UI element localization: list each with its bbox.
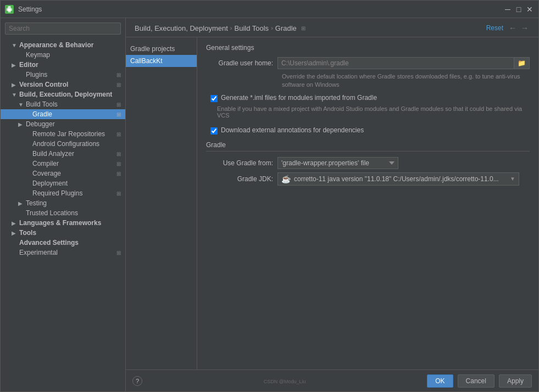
nav-back-button[interactable]: ← bbox=[508, 24, 518, 32]
sidebar-item-label: Testing bbox=[26, 199, 121, 207]
breadcrumb-header: Build, Execution, Deployment › Build Too… bbox=[126, 18, 538, 37]
gradle-user-home-input[interactable] bbox=[277, 57, 514, 69]
sidebar-item-label: Advanced Settings bbox=[19, 239, 121, 247]
sidebar-item-label: Coverage bbox=[32, 170, 114, 177]
arrow-icon: ▶ bbox=[12, 220, 18, 226]
arrow-icon: ▶ bbox=[18, 121, 25, 127]
sidebar-item-keymap[interactable]: Keymap bbox=[1, 50, 125, 60]
sidebar: ▼ Appearance & Behavior Keymap ▶ Editor … bbox=[1, 18, 126, 391]
use-gradle-from-select[interactable]: 'gradle-wrapper.properties' file Specifi… bbox=[277, 157, 398, 169]
sidebar-item-build-exec[interactable]: ▼ Build, Execution, Deployment bbox=[1, 89, 125, 99]
sidebar-item-tools[interactable]: ▶ Tools bbox=[1, 228, 125, 238]
nav-arrows: ← → bbox=[508, 24, 530, 32]
gradle-user-home-row: Gradle user home: 📁 bbox=[206, 57, 530, 69]
settings-icon: ⊞ bbox=[116, 161, 121, 167]
watermark-text: CSDN @Modu_Liu bbox=[264, 378, 306, 385]
search-box bbox=[1, 18, 125, 39]
sidebar-item-version-control[interactable]: ▶ Version Control ⊞ bbox=[1, 80, 125, 89]
window-title: Settings bbox=[18, 5, 42, 13]
sidebar-item-appearance[interactable]: ▼ Appearance & Behavior bbox=[1, 40, 125, 50]
sidebar-item-label: Appearance & Behavior bbox=[19, 41, 121, 49]
gradle-user-home-input-group: 📁 bbox=[277, 57, 530, 69]
reset-button[interactable]: Reset bbox=[486, 24, 503, 32]
sidebar-item-label: Compiler bbox=[32, 160, 114, 167]
search-input[interactable] bbox=[5, 23, 121, 35]
minimize-button[interactable]: ─ bbox=[503, 5, 512, 14]
use-gradle-from-row: Use Gradle from: 'gradle-wrapper.propert… bbox=[206, 157, 530, 169]
settings-icon: ⊞ bbox=[116, 250, 121, 256]
sidebar-item-deployment[interactable]: Deployment bbox=[1, 178, 125, 188]
download-annotations-checkbox[interactable] bbox=[210, 127, 218, 135]
sidebar-item-label: Plugins bbox=[26, 71, 114, 79]
help-button[interactable]: ? bbox=[132, 376, 142, 386]
sidebar-item-build-analyzer[interactable]: Build Analyzer ⊞ bbox=[1, 149, 125, 159]
sidebar-item-plugins[interactable]: Plugins ⊞ bbox=[1, 70, 125, 80]
cancel-button[interactable]: Cancel bbox=[458, 374, 494, 388]
generate-iml-checkbox[interactable] bbox=[210, 95, 218, 102]
dialog-footer: ? CSDN @Modu_Liu OK Cancel Apply bbox=[126, 369, 538, 391]
settings-icon: ⊞ bbox=[116, 151, 121, 157]
sidebar-item-languages[interactable]: ▶ Languages & Frameworks bbox=[1, 218, 125, 228]
sidebar-item-android-config[interactable]: Android Configurations bbox=[1, 139, 125, 149]
sidebar-item-testing[interactable]: ▶ Testing bbox=[1, 198, 125, 208]
apply-button[interactable]: Apply bbox=[499, 374, 532, 388]
sidebar-item-debugger[interactable]: ▶ Debugger bbox=[1, 119, 125, 129]
project-item-callbackkt[interactable]: CallBackKt bbox=[126, 55, 197, 67]
breadcrumb: Build, Execution, Deployment › Build Too… bbox=[135, 24, 305, 32]
arrow-icon: ▼ bbox=[18, 102, 25, 108]
settings-window: Settings ─ □ ✕ ▼ Appearance & Behavior bbox=[0, 0, 539, 392]
watermark-area: CSDN @Modu_Liu bbox=[142, 377, 427, 385]
projects-panel: Gradle projects CallBackKt bbox=[126, 37, 197, 369]
arrow-icon: ▶ bbox=[18, 200, 25, 206]
jdk-select-inner: ☕ corretto-11 java version "11.0.18" C:/… bbox=[281, 175, 508, 183]
settings-icon: ⊞ bbox=[116, 131, 121, 137]
titlebar: Settings ─ □ ✕ bbox=[1, 1, 538, 18]
arrow-icon: ▼ bbox=[12, 92, 18, 98]
generate-iml-label: Generate *.iml files for modules importe… bbox=[221, 94, 377, 102]
gradle-jdk-select[interactable]: ☕ corretto-11 java version "11.0.18" C:/… bbox=[277, 172, 519, 186]
breadcrumb-part-1: Build, Execution, Deployment bbox=[135, 24, 228, 32]
download-annotations-label: Download external annotations for depend… bbox=[221, 126, 364, 134]
sidebar-item-label: Build Tools bbox=[26, 100, 114, 108]
arrow-icon: ▶ bbox=[12, 230, 18, 236]
breadcrumb-part-3: Gradle bbox=[275, 24, 297, 32]
sidebar-item-label: Android Configurations bbox=[32, 140, 121, 148]
settings-icon: ⊞ bbox=[116, 72, 121, 78]
ok-button[interactable]: OK bbox=[427, 374, 453, 388]
generate-iml-hint: Enable if you have a mixed project with … bbox=[217, 105, 530, 123]
sidebar-item-advanced-settings[interactable]: Advanced Settings bbox=[1, 238, 125, 248]
sidebar-item-trusted-locations[interactable]: Trusted Locations bbox=[1, 208, 125, 218]
main-content-area: ▼ Appearance & Behavior Keymap ▶ Editor … bbox=[1, 18, 538, 391]
sidebar-item-required-plugins[interactable]: Required Plugins ⊞ bbox=[1, 188, 125, 198]
use-gradle-from-label: Use Gradle from: bbox=[206, 159, 277, 167]
breadcrumb-sep-1: › bbox=[230, 25, 232, 31]
sidebar-item-experimental[interactable]: Experimental ⊞ bbox=[1, 248, 125, 257]
gradle-jdk-row: Gradle JDK: ☕ corretto-11 java version "… bbox=[206, 172, 530, 186]
sidebar-tree: ▼ Appearance & Behavior Keymap ▶ Editor … bbox=[1, 39, 125, 391]
breadcrumb-part-2: Build Tools bbox=[234, 24, 269, 32]
gradle-subsection-title: Gradle bbox=[206, 141, 530, 152]
sidebar-item-build-tools[interactable]: ▼ Build Tools ⊞ bbox=[1, 99, 125, 109]
sidebar-item-remote-jar[interactable]: Remote Jar Repositories ⊞ bbox=[1, 129, 125, 139]
sidebar-item-gradle[interactable]: Gradle ⊞ bbox=[1, 109, 125, 119]
arrow-icon: ▶ bbox=[12, 62, 18, 68]
sidebar-item-label: Trusted Locations bbox=[26, 209, 121, 217]
browse-button[interactable]: 📁 bbox=[514, 57, 530, 69]
close-button[interactable]: ✕ bbox=[525, 5, 534, 14]
settings-content: Gradle projects CallBackKt General setti… bbox=[126, 37, 538, 369]
sidebar-item-compiler[interactable]: Compiler ⊞ bbox=[1, 159, 125, 169]
settings-icon: ⊞ bbox=[116, 171, 121, 177]
settings-icon: ⊞ bbox=[116, 102, 121, 108]
sidebar-item-coverage[interactable]: Coverage ⊞ bbox=[1, 169, 125, 178]
breadcrumb-settings-icon: ⊞ bbox=[301, 25, 305, 31]
sidebar-item-label: Build Analyzer bbox=[32, 150, 114, 158]
nav-forward-button[interactable]: → bbox=[520, 24, 530, 32]
window-controls: ─ □ ✕ bbox=[503, 5, 534, 14]
generate-iml-row: Generate *.iml files for modules importe… bbox=[206, 94, 530, 102]
arrow-icon: ▶ bbox=[12, 82, 18, 88]
sidebar-item-label: Build, Execution, Deployment bbox=[19, 91, 121, 98]
settings-icon: ⊞ bbox=[116, 82, 121, 88]
sidebar-item-editor[interactable]: ▶ Editor bbox=[1, 60, 125, 70]
maximize-button[interactable]: □ bbox=[514, 5, 523, 14]
gradle-projects-title: Gradle projects bbox=[126, 42, 197, 55]
